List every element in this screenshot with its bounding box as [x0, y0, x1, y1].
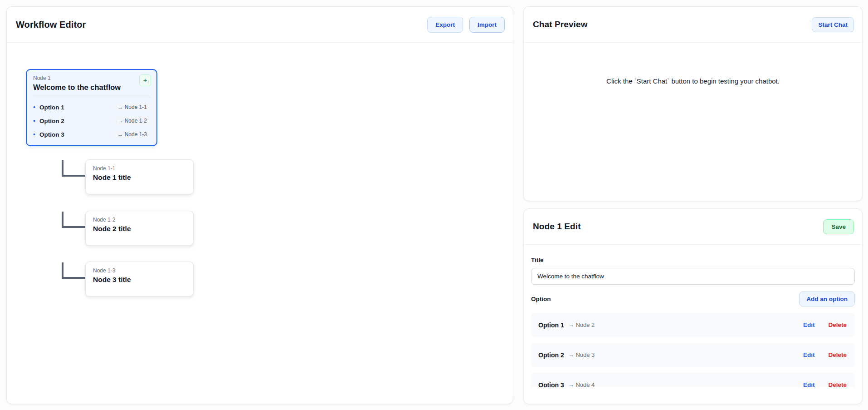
tree-connector — [62, 262, 86, 279]
arrow-icon: → — [568, 321, 574, 328]
delete-option-button[interactable]: Delete — [828, 321, 847, 328]
chat-preview-title: Chat Preview — [533, 20, 588, 30]
option-target: → Node 4 — [568, 381, 595, 387]
chat-placeholder-message: Click the `Start Chat` button to begin t… — [524, 77, 862, 85]
option-row-3: Option 3 → Node 4 Edit Delete — [531, 373, 855, 387]
target-node-name: Node 4 — [575, 381, 595, 387]
node-option-label: Option 2 — [39, 118, 64, 124]
node-divider — [33, 97, 150, 97]
workflow-editor-panel: Workflow Editor Export Import Node 1 Wel… — [6, 6, 513, 404]
node-id-label: Node 1 — [33, 75, 150, 81]
tree-connector — [62, 212, 86, 228]
chat-preview-panel: Chat Preview Start Chat Click the `Start… — [523, 6, 863, 201]
target-node-name: Node 1-1 — [125, 104, 147, 110]
node-option-row: • Option 3 → Node 1-3 — [33, 130, 150, 138]
title-field-label: Title — [531, 257, 544, 263]
option-section-header: Option Add an option — [531, 291, 855, 306]
node-card-child-2[interactable]: Node 1-2 Node 2 title — [85, 211, 194, 246]
edit-option-button[interactable]: Edit — [803, 351, 815, 358]
node-card-root[interactable]: Node 1 Welcome to the chatflow + • Optio… — [26, 69, 157, 146]
chat-preview-header: Chat Preview Start Chat — [524, 7, 862, 43]
option-name: Option 3 — [538, 381, 564, 388]
node-option-target-badge: → Node 1-2 — [114, 117, 150, 125]
node-title-input[interactable] — [531, 268, 855, 285]
node-title: Welcome to the chatflow — [33, 83, 150, 92]
arrow-icon: → — [568, 381, 574, 387]
node-option-label: Option 3 — [39, 131, 64, 138]
start-chat-button[interactable]: Start Chat — [812, 17, 854, 32]
option-list: Option 1 → Node 2 Edit Delete Option 2 →… — [531, 313, 855, 387]
node-card-child-1[interactable]: Node 1-1 Node 1 title — [85, 159, 194, 194]
workflow-editor-header: Workflow Editor Export Import — [7, 7, 513, 43]
node-option-target-badge: → Node 1-1 — [114, 103, 150, 111]
node-edit-panel: Node 1 Edit Save Title Option Add an opt… — [523, 208, 863, 404]
target-node-name: Node 2 — [575, 321, 595, 328]
option-row-2: Option 2 → Node 3 Edit Delete — [531, 343, 855, 367]
save-button[interactable]: Save — [823, 219, 854, 234]
add-an-option-button[interactable]: Add an option — [799, 291, 855, 306]
edit-option-button[interactable]: Edit — [803, 381, 815, 387]
node-id-label: Node 1-1 — [93, 165, 186, 172]
bullet-icon: • — [33, 131, 35, 138]
delete-option-button[interactable]: Delete — [828, 351, 847, 358]
option-name: Option 2 — [538, 351, 564, 359]
node-edit-body: Title Option Add an option Option 1 → No… — [524, 245, 862, 387]
bullet-icon: • — [33, 118, 35, 124]
option-section-label: Option — [531, 296, 551, 302]
node-title: Node 1 title — [93, 173, 186, 182]
export-button[interactable]: Export — [427, 17, 463, 33]
add-option-icon[interactable]: + — [139, 74, 151, 86]
node-title: Node 3 title — [93, 276, 186, 284]
option-name: Option 1 — [538, 321, 564, 329]
option-row-1: Option 1 → Node 2 Edit Delete — [531, 313, 855, 337]
arrow-icon: → — [117, 131, 123, 138]
workflow-header-actions: Export Import — [427, 17, 505, 33]
node-option-label: Option 1 — [39, 104, 64, 111]
node-id-label: Node 1-2 — [93, 217, 186, 223]
arrow-icon: → — [117, 104, 123, 110]
node-option-row: • Option 1 → Node 1-1 — [33, 103, 150, 111]
node-edit-header: Node 1 Edit Save — [524, 209, 862, 245]
edit-option-button[interactable]: Edit — [803, 321, 815, 328]
bullet-icon: • — [33, 104, 35, 110]
delete-option-button[interactable]: Delete — [828, 381, 847, 387]
option-target: → Node 2 — [568, 321, 595, 328]
import-button[interactable]: Import — [469, 17, 505, 33]
node-title: Node 2 title — [93, 225, 186, 233]
workflow-editor-title: Workflow Editor — [16, 20, 86, 30]
arrow-icon: → — [568, 351, 574, 358]
target-node-name: Node 1-2 — [125, 118, 147, 124]
node-option-row: • Option 2 → Node 1-2 — [33, 117, 150, 125]
target-node-name: Node 3 — [575, 351, 595, 358]
chat-preview-body: Click the `Start Chat` button to begin t… — [524, 43, 862, 85]
workflow-canvas[interactable]: Node 1 Welcome to the chatflow + • Optio… — [7, 43, 513, 404]
target-node-name: Node 1-3 — [125, 131, 147, 138]
node-id-label: Node 1-3 — [93, 267, 186, 274]
node-option-target-badge: → Node 1-3 — [114, 130, 150, 138]
tree-connector — [62, 160, 86, 177]
arrow-icon: → — [117, 118, 123, 124]
option-target: → Node 3 — [568, 351, 595, 358]
node-edit-title: Node 1 Edit — [533, 222, 581, 232]
node-card-child-3[interactable]: Node 1-3 Node 3 title — [85, 262, 194, 296]
